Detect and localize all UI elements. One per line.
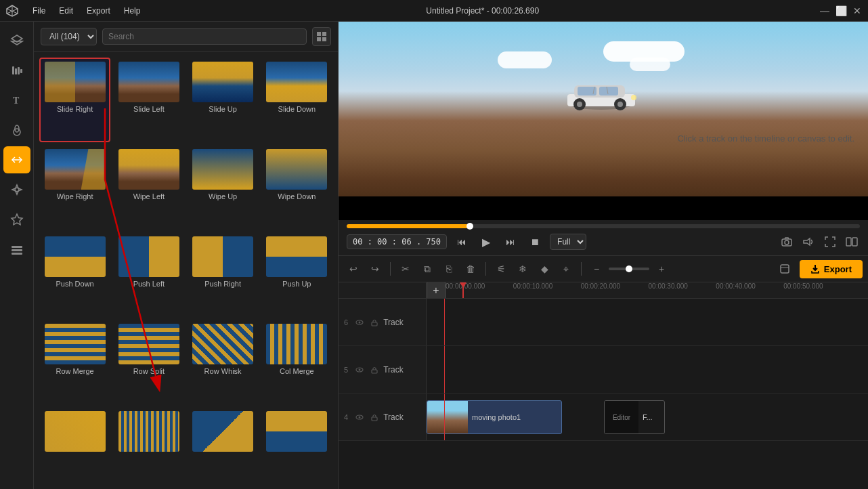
transition-push-down[interactable]: Push Down [39, 232, 110, 317]
sidebar-item-text[interactable]: T [3, 87, 30, 114]
clip-editor[interactable]: Editor F... [604, 400, 665, 434]
add-track-button[interactable]: + [427, 282, 446, 299]
zoom-out-button[interactable]: − [587, 259, 606, 278]
transition-wipe-left[interactable]: Wipe Left [113, 145, 184, 230]
titlebar-left: File Edit Export Help [5, 3, 146, 18]
transition-more1[interactable] [39, 407, 110, 484]
menu-help[interactable]: Help [118, 3, 146, 18]
svg-rect-8 [18, 67, 20, 75]
track-4-lock[interactable] [368, 411, 381, 423]
transition-thumb-more3 [192, 411, 253, 452]
menu-bar: File Edit Export Help [27, 3, 146, 18]
transition-label-row-merge: Row Merge [56, 367, 94, 375]
sidebar-item-library[interactable] [3, 236, 30, 263]
track-5-content[interactable] [427, 346, 868, 393]
svg-rect-39 [781, 265, 789, 273]
undo-button[interactable]: ↩ [344, 259, 363, 278]
transition-row-split[interactable]: Row Split [113, 320, 184, 404]
track-6-visibility[interactable] [353, 316, 366, 328]
track-5-visibility[interactable] [353, 364, 366, 376]
progress-bar[interactable] [347, 224, 860, 228]
svg-rect-20 [317, 37, 321, 41]
track-5-label: Track [383, 365, 420, 375]
close-button[interactable]: ✕ [852, 5, 863, 16]
transition-slide-down[interactable]: Slide Down [261, 58, 332, 142]
prev-frame-button[interactable]: ⏮ [452, 232, 471, 251]
grid-view-button[interactable] [312, 27, 331, 46]
transition-more3[interactable] [188, 407, 259, 484]
transition-push-right[interactable]: Push Right [188, 232, 259, 317]
sidebar-item-transitions[interactable] [3, 146, 30, 173]
copy-button[interactable]: ⧉ [418, 259, 437, 278]
sidebar-item-effects[interactable] [3, 116, 30, 144]
snapshot-icon[interactable] [779, 234, 795, 250]
transition-wipe-up[interactable]: Wipe Up [188, 145, 259, 230]
export-button[interactable]: Export [800, 260, 863, 278]
svg-rect-17 [12, 253, 22, 255]
ruler-mark-2: 00:00:20.000 [581, 282, 620, 290]
transition-label-push-right: Push Right [204, 280, 241, 288]
search-input[interactable] [102, 28, 307, 45]
sidebar-item-layers[interactable] [3, 27, 30, 54]
split-view-icon[interactable] [844, 234, 860, 250]
playhead-line-5 [444, 346, 445, 393]
track-4-content[interactable]: moving photo1 Editor F... [427, 394, 868, 440]
black-bar-bottom [339, 196, 868, 220]
menu-export[interactable]: Export [81, 3, 116, 18]
transition-thumb-slide-left [118, 62, 179, 102]
next-frame-button[interactable]: ⏭ [501, 232, 520, 251]
transition-row-merge[interactable]: Row Merge [39, 320, 110, 404]
cut-button[interactable]: ✂ [396, 259, 415, 278]
transition-slide-right[interactable]: Slide Right [39, 58, 110, 142]
menu-edit[interactable]: Edit [53, 3, 79, 18]
track-6-lock[interactable] [368, 316, 381, 328]
svg-rect-26 [599, 87, 618, 95]
svg-point-28 [577, 102, 582, 107]
clip-moving-photo[interactable]: moving photo1 [427, 400, 562, 434]
fullscreen-icon[interactable] [822, 234, 838, 250]
quality-select[interactable]: Full [550, 234, 586, 250]
transition-label-wipe-left: Wipe Left [133, 192, 165, 200]
sidebar-item-paint[interactable] [3, 176, 30, 203]
keyframe-button[interactable]: ◆ [535, 259, 554, 278]
transition-wipe-down[interactable]: Wipe Down [261, 145, 332, 230]
transition-wipe-right[interactable]: Wipe Right [39, 145, 110, 230]
category-dropdown[interactable]: All (104) [41, 28, 97, 45]
transition-more2[interactable] [113, 407, 184, 484]
settings-button[interactable] [775, 259, 794, 278]
stop-button[interactable]: ⏹ [525, 232, 544, 251]
paste-button[interactable]: ⎘ [439, 259, 458, 278]
transition-row-whisk[interactable]: Row Whisk [188, 320, 259, 404]
maximize-button[interactable]: ⬜ [836, 5, 846, 16]
zoom-control: − + [587, 259, 671, 278]
redo-button[interactable]: ↪ [366, 259, 385, 278]
menu-file[interactable]: File [27, 3, 51, 18]
transition-label-push-down: Push Down [56, 280, 93, 288]
track-6-content[interactable] [427, 299, 868, 345]
track-5-lock[interactable] [368, 364, 381, 376]
volume-icon[interactable] [800, 234, 817, 250]
track-4-visibility[interactable] [353, 411, 366, 423]
sidebar-item-favorites[interactable] [3, 206, 30, 233]
minimize-button[interactable]: — [819, 5, 830, 16]
freeze-button[interactable]: ❄ [513, 259, 532, 278]
split-clip-button[interactable]: ⚟ [492, 259, 511, 278]
transition-label-slide-left: Slide Left [133, 105, 165, 113]
sidebar-item-audio[interactable] [3, 57, 30, 84]
snap-button[interactable]: ⌖ [557, 259, 576, 278]
playhead-line-4 [444, 394, 445, 440]
delete-button[interactable]: 🗑 [461, 259, 480, 278]
transition-slide-left[interactable]: Slide Left [113, 58, 184, 142]
transition-col-merge[interactable]: Col Merge [261, 320, 332, 404]
zoom-in-button[interactable]: + [652, 259, 671, 278]
svg-rect-46 [372, 370, 377, 373]
play-button[interactable]: ▶ [477, 232, 496, 251]
transition-more4[interactable] [261, 407, 332, 484]
transition-push-left[interactable]: Push Left [113, 232, 184, 317]
zoom-slider[interactable] [609, 268, 649, 270]
transition-thumb-wipe-left [118, 149, 179, 190]
transition-push-up[interactable]: Push Up [261, 232, 332, 317]
time-display: 00 : 00 : 06 . 750 [347, 234, 447, 249]
transition-slide-up[interactable]: Slide Up [188, 58, 259, 142]
svg-marker-5 [12, 41, 22, 45]
